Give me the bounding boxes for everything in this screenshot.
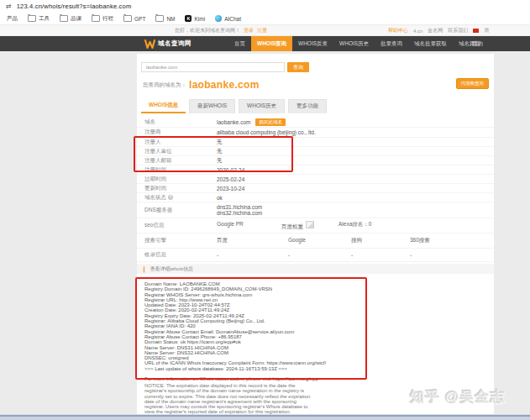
nav-item-batch-fetch[interactable]: 域名批量获取 (408, 36, 453, 51)
domain-search-input[interactable] (141, 62, 285, 72)
tab-whois-history[interactable]: WHOIS历史 (239, 99, 285, 113)
row-value: 无 (217, 148, 223, 155)
main-nav: 域名查询网 首页 WHOIS查询 WHOIS反查 WHOIS历史 批量查询 域名… (0, 36, 530, 51)
bookmark-item-product[interactable]: 产品 (7, 15, 18, 23)
bookmark-folder-pinke[interactable]: 品课 (60, 15, 81, 23)
table-row-seo: seo信息 Google PR 百度权重 Alexa排名：0 (137, 218, 494, 234)
row-value: 2025-02-24 (217, 176, 244, 182)
tab-more[interactable]: 更多功能 (288, 99, 327, 113)
row-value: 无 (217, 157, 223, 165)
seo-google-pr: Google PR (217, 221, 281, 231)
brand-name: 域名查询网 (158, 39, 192, 48)
row-value: 2020-02-24 (217, 167, 244, 173)
index-google: - (288, 252, 351, 258)
agent-query-button[interactable]: 代理商查询 (456, 78, 490, 89)
zhihu-watermark: 知乎 @吴金志 (410, 387, 505, 407)
row-label: 注册人单位 (144, 148, 217, 155)
result-line: 您查询的域名为： laobanke.com 代理商查询 (143, 79, 489, 91)
greeting-text: 您好，欢迎来到域名查询网！ (175, 27, 240, 34)
broken-image-icon (306, 221, 314, 228)
bookmark-label: GPT (134, 16, 145, 22)
bookmark-folder-trip[interactable]: 行程 (92, 15, 113, 23)
seo-baidu-weight: 百度权重 (281, 221, 338, 231)
folder-icon (155, 15, 164, 22)
more-info-line: For more information on Whois status cod… (144, 376, 396, 381)
bookmarks-bar: 产品 工具 品课 行程 GPT NM K Kimi AIChat (0, 13, 530, 25)
buy-domain-badge[interactable]: 购买此域名 (255, 118, 286, 126)
seo-baidu-weight-label: 百度权重 (281, 223, 303, 229)
tab-latest-whois[interactable]: 最新WHOIS (189, 99, 235, 113)
bookmark-label: 行程 (102, 15, 113, 23)
browser-address-bar[interactable]: ⇄ 123.4.cn/whois/result?s=laobanke.com (0, 0, 530, 13)
table-row-domain: 域名 laobanke.com 购买此域名 (137, 118, 494, 128)
row-value: alibaba cloud computing (beijing) co., l… (217, 129, 316, 135)
nav-item-reverse-whois[interactable]: WHOIS反查 (292, 36, 333, 51)
nav-item-whois-history[interactable]: WHOIS历史 (333, 36, 375, 51)
search-section: 查询 (141, 62, 309, 72)
url-swap-icon[interactable]: ⇄ (6, 3, 12, 10)
index-sogou: - (351, 252, 410, 258)
row-value: ok (217, 195, 223, 201)
table-row-status: 域名状态 ? ok (137, 193, 494, 202)
table-row-updated: 更新时间 2023-10-24 (137, 184, 494, 193)
row-label: DNS服务器 (144, 207, 217, 214)
content-card: 查询 您查询的域名为： laobanke.com 代理商查询 WHOIS信息 最… (137, 54, 494, 420)
help-link[interactable]: 帮助中心 (388, 27, 408, 34)
logo-w-icon (144, 39, 155, 49)
row-label: 注册时间 (144, 166, 217, 174)
nav-item-batch-query[interactable]: 批量查询 (375, 36, 408, 51)
brand-logo[interactable]: 域名查询网 (144, 39, 192, 49)
table-row-index-info: 收录信息 - - - - (137, 249, 494, 262)
nav-item-whois-query[interactable]: WHOIS查询 (251, 36, 292, 51)
result-domain: laobanke.com (189, 79, 260, 91)
index-360: - (410, 252, 412, 258)
contact-link[interactable]: 联系我们 (448, 27, 468, 34)
row-label: 搜索引擎 (144, 237, 217, 244)
table-row-registrant: 注册人 无 (137, 138, 494, 147)
bookmark-folder-gpt[interactable]: GPT (123, 15, 145, 22)
nav-item-my[interactable]: 我的 (467, 36, 488, 51)
result-label: 您查询的域名为： (143, 81, 186, 89)
help-icon[interactable]: ? (168, 195, 173, 200)
row-value: 无 (217, 139, 223, 146)
tab-whois-info[interactable]: WHOIS信息 (141, 99, 186, 113)
bookmark-item-aichat[interactable]: AIChat (215, 15, 241, 22)
table-row-registrar: 注册商 alibaba cloud computing (beijing) co… (137, 128, 494, 138)
bookmark-label: Kimi (194, 16, 205, 22)
4cn-link[interactable]: 4.cn (413, 29, 422, 34)
row-value: laobanke.com (217, 119, 250, 125)
note-accent-icon: ▎ (144, 266, 148, 272)
goldenname-link[interactable]: 金名网 (428, 27, 443, 34)
engine-360[interactable]: 360搜索 (410, 237, 430, 244)
nav-item-home[interactable]: 首页 (228, 36, 251, 51)
url-text[interactable]: 123.4.cn/whois/result?s=laobanke.com (17, 3, 132, 10)
login-link[interactable]: 登录 (244, 27, 254, 34)
bookmark-label: 品课 (71, 15, 81, 23)
note-text: 查看详细whois信息 (150, 265, 193, 273)
table-row-created: 注册时间 2020-02-24 (137, 165, 494, 175)
table-row-expires: 过期时间 2025-02-24 (137, 175, 494, 184)
seo-alexa-rank: Alexa排名：0 (338, 221, 371, 231)
folder-icon (123, 15, 132, 22)
folder-icon (28, 15, 36, 22)
engine-google[interactable]: Google (288, 237, 351, 244)
whois-detail-note[interactable]: ▎ 查看详细whois信息 (137, 264, 494, 274)
table-row-registrant-email: 注册人邮箱 无 (137, 156, 494, 165)
bookmark-folder-tools[interactable]: 工具 (28, 15, 50, 23)
notice-text: NOTICE: The expiration date displayed in… (144, 383, 396, 415)
table-row-dns: DNS服务器 dns31.hichina.com dns32.hichina.c… (137, 202, 494, 218)
lang-toggle[interactable]: 简 (484, 27, 489, 34)
result-tabs: WHOIS信息 最新WHOIS WHOIS历史 更多功能 (141, 99, 327, 113)
register-link[interactable]: 注册 (257, 27, 267, 34)
bookmark-item-kimi[interactable]: K Kimi (185, 15, 205, 22)
table-row-search-engines: 搜索引擎 百度 Google 搜狗 360搜索 (137, 234, 494, 249)
row-value: dns31.hichina.com dns32.hichina.com (217, 204, 262, 216)
bookmark-folder-nm[interactable]: NM (155, 15, 175, 22)
search-button[interactable]: 查询 (287, 62, 309, 72)
engine-sogou[interactable]: 搜狗 (351, 237, 410, 244)
engine-baidu[interactable]: 百度 (217, 237, 288, 244)
site-topbar: 您好，欢迎来到域名查询网！ 登录 注册 帮助中心 4.cn 金名网 联系我们 简 (0, 25, 530, 36)
raw-whois-block: Domain Name: LAOBANKE.COM Registry Domai… (144, 281, 396, 371)
aichat-icon (215, 15, 222, 22)
row-label: 注册人邮箱 (144, 157, 217, 165)
